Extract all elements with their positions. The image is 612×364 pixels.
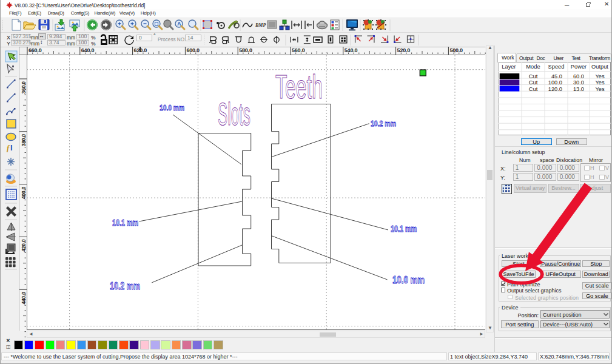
svg-text:380.0: 380.0 bbox=[21, 133, 27, 146]
svg-text:BMP: BMP bbox=[255, 22, 266, 28]
svg-text:13.0: 13.0 bbox=[573, 86, 584, 92]
svg-text:Yes: Yes bbox=[595, 86, 605, 92]
svg-text:30.0: 30.0 bbox=[573, 79, 584, 86]
svg-text:Slots: Slots bbox=[218, 97, 251, 132]
svg-text:440.0: 440.0 bbox=[21, 292, 27, 305]
svg-text:Yes: Yes bbox=[595, 79, 605, 86]
svg-text:120.0: 120.0 bbox=[548, 86, 562, 92]
svg-text:Output: Output bbox=[591, 64, 608, 70]
svg-text:400.0: 400.0 bbox=[21, 186, 27, 199]
svg-text:10.1 mm: 10.1 mm bbox=[391, 224, 417, 234]
svg-text:45.0: 45.0 bbox=[551, 73, 562, 79]
svg-text:Cut: Cut bbox=[529, 79, 538, 86]
svg-text:10.0 mm: 10.0 mm bbox=[392, 275, 425, 285]
svg-text:Yes: Yes bbox=[595, 73, 605, 79]
svg-text:Teeth: Teeth bbox=[275, 67, 323, 106]
svg-text:Cut: Cut bbox=[529, 86, 538, 92]
svg-text:Cut: Cut bbox=[529, 73, 538, 79]
svg-text:10.0 mm: 10.0 mm bbox=[160, 103, 184, 112]
svg-text:Mode: Mode bbox=[526, 64, 540, 70]
svg-text:Layer: Layer bbox=[502, 64, 516, 70]
svg-text:A: A bbox=[177, 21, 181, 27]
svg-text:I: I bbox=[10, 143, 13, 152]
svg-text:360.0: 360.0 bbox=[21, 81, 27, 94]
svg-text:10.2 mm: 10.2 mm bbox=[110, 281, 140, 291]
svg-text:100.0: 100.0 bbox=[548, 79, 562, 86]
svg-text:Power: Power bbox=[571, 64, 587, 70]
svg-text:10.1 mm: 10.1 mm bbox=[112, 218, 138, 228]
svg-text:Speed: Speed bbox=[548, 64, 565, 70]
svg-text:10.2 mm: 10.2 mm bbox=[371, 119, 396, 128]
svg-text:60.0: 60.0 bbox=[573, 73, 584, 79]
svg-text:420.0: 420.0 bbox=[21, 239, 27, 252]
